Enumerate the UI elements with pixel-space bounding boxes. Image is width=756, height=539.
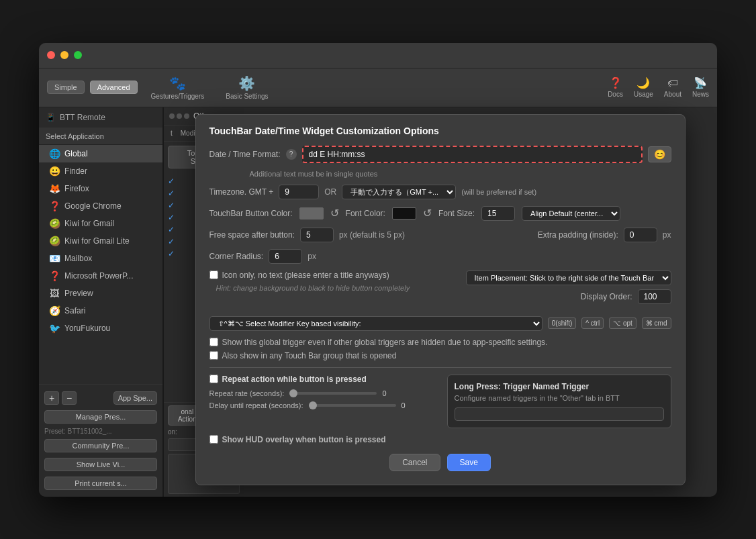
repeat-rate-slider[interactable] bbox=[289, 392, 377, 395]
remove-item-button[interactable]: − bbox=[62, 391, 77, 405]
date-format-input[interactable] bbox=[302, 146, 643, 163]
paw-icon: 🐾 bbox=[169, 75, 186, 91]
advanced-button[interactable]: Advanced bbox=[90, 81, 138, 94]
add-remove-row: + − App Spe... bbox=[39, 389, 162, 407]
toolbar-right: ❓ Docs 🌙 Usage 🏷 About 📡 News bbox=[608, 77, 709, 98]
timezone-select[interactable]: 手動で入力する（GMT +... bbox=[342, 185, 456, 199]
show-live-button[interactable]: Show Live Vi... bbox=[44, 458, 157, 471]
date-format-label: Date / Time Format: bbox=[209, 150, 281, 159]
print-button[interactable]: Print current s... bbox=[44, 477, 157, 490]
shift-key: 0(shift) bbox=[548, 317, 577, 329]
news-link[interactable]: 📡 News bbox=[692, 77, 709, 98]
hud-row: Show HUD overlay when button is pressed bbox=[209, 435, 671, 444]
free-space-label: Free space after button: bbox=[209, 230, 295, 240]
sidebar-item-powerpoint[interactable]: ❓ Microsoft PowerP... bbox=[39, 267, 162, 285]
save-button[interactable]: Save bbox=[447, 454, 491, 471]
font-size-input[interactable] bbox=[481, 206, 515, 221]
yorufukurou-icon: 🐦 bbox=[48, 323, 60, 334]
two-col-section: Repeat action while button is pressed Re… bbox=[209, 375, 671, 428]
sidebar-item-finder[interactable]: 😀 Finder bbox=[39, 162, 162, 180]
timezone-row: Timezone. GMT + OR 手動で入力する（GMT +... (wil… bbox=[209, 185, 671, 199]
sidebar-item-firefox[interactable]: 🦊 Firefox bbox=[39, 180, 162, 197]
kiwi-gmail-icon: 🥝 bbox=[48, 218, 60, 229]
delay-label: Delay until repeat (seconds): bbox=[209, 401, 303, 409]
dialog-box: TouchBar Date/Time Widget Customization … bbox=[195, 114, 686, 485]
usage-link[interactable]: 🌙 Usage bbox=[634, 77, 653, 98]
basic-settings-icon[interactable]: ⚙️ Basic Settings bbox=[218, 72, 276, 103]
select-application-button[interactable]: Select Application bbox=[39, 128, 162, 145]
font-color-swatch[interactable] bbox=[392, 207, 416, 219]
display-order-input[interactable] bbox=[638, 289, 671, 304]
ctrl-key: ^ ctrl bbox=[581, 317, 604, 329]
sidebar-item-kiwi-gmail[interactable]: 🥝 Kiwi for Gmail bbox=[39, 215, 162, 232]
modifier-row: ⇧^⌘⌥ Select Modifier Key based visibilit… bbox=[209, 316, 671, 331]
sidebar-bottom: + − App Spe... Manage Pres... Preset: BT… bbox=[39, 384, 162, 497]
named-trigger-box: Long Press: Trigger Named Trigger Config… bbox=[447, 375, 671, 428]
button-color-reset[interactable]: ↺ bbox=[330, 207, 339, 219]
timezone-input[interactable] bbox=[279, 185, 319, 199]
safari-icon: 🧭 bbox=[48, 305, 60, 316]
cancel-button[interactable]: Cancel bbox=[389, 454, 440, 471]
free-space-input[interactable] bbox=[300, 228, 334, 242]
community-presets-button[interactable]: Community Pre... bbox=[44, 439, 157, 452]
tz-hint: (will be preferred if set) bbox=[461, 188, 536, 196]
icon-only-label: Icon only, no text (please enter a title… bbox=[222, 271, 389, 280]
delay-slider[interactable] bbox=[309, 404, 396, 407]
right-col: Long Press: Trigger Named Trigger Config… bbox=[447, 375, 671, 428]
repeat-checkbox[interactable] bbox=[209, 375, 218, 383]
dialog-title: TouchBar Date/Time Widget Customization … bbox=[209, 126, 671, 136]
preview-icon: 🖼 bbox=[48, 288, 60, 299]
global-trigger-label: Show this global trigger even if other g… bbox=[222, 338, 548, 347]
sidebar-item-mailbox[interactable]: 📧 Mailbox bbox=[39, 250, 162, 267]
help-icon[interactable]: ? bbox=[286, 149, 297, 160]
modifier-select[interactable]: ⇧^⌘⌥ Select Modifier Key based visibilit… bbox=[209, 316, 542, 331]
manage-presets-button[interactable]: Manage Pres... bbox=[44, 410, 157, 424]
app-specific-button[interactable]: App Spe... bbox=[113, 391, 157, 405]
simple-button[interactable]: Simple bbox=[47, 81, 85, 94]
global-trigger-checkbox[interactable] bbox=[209, 338, 218, 346]
minimize-button[interactable] bbox=[60, 51, 68, 59]
sidebar-item-global[interactable]: 🌐 Global bbox=[39, 145, 162, 162]
touch-bar-group-row: Also show in any Touch Bar group that is… bbox=[209, 351, 671, 360]
named-trigger-input[interactable] bbox=[455, 407, 664, 421]
hud-checkbox[interactable] bbox=[209, 435, 218, 444]
global-icon: 🌐 bbox=[48, 148, 60, 159]
manage-presets-row: Manage Pres... bbox=[39, 407, 162, 426]
add-item-button[interactable]: + bbox=[44, 391, 59, 405]
placement-select[interactable]: Item Placement: Stick to the right side … bbox=[466, 271, 671, 285]
docs-link[interactable]: ❓ Docs bbox=[608, 77, 623, 98]
gear-icon: ⚙️ bbox=[238, 75, 255, 91]
extra-padding-input[interactable] bbox=[624, 228, 657, 242]
corner-radius-input[interactable] bbox=[269, 249, 302, 264]
chrome-icon: ❓ bbox=[48, 201, 60, 211]
font-color-reset[interactable]: ↺ bbox=[423, 207, 432, 219]
about-link[interactable]: 🏷 About bbox=[664, 77, 681, 98]
repeat-rate-label: Repeat rate (seconds): bbox=[209, 389, 285, 397]
extra-padding-px: px bbox=[663, 230, 671, 240]
free-space-hint: px (default is 5 px) bbox=[339, 230, 405, 240]
sidebar-header: 📱 BTT Remote bbox=[39, 107, 162, 128]
sidebar-item-safari[interactable]: 🧭 Safari bbox=[39, 302, 162, 320]
close-button[interactable] bbox=[47, 51, 55, 59]
button-color-swatch[interactable] bbox=[299, 207, 324, 219]
gestures-triggers-icon[interactable]: 🐾 Gestures/Triggers bbox=[143, 72, 213, 103]
corner-radius-label: Corner Radius: bbox=[209, 252, 264, 261]
sidebar-item-yorufukurou[interactable]: 🐦 YoruFukurou bbox=[39, 320, 162, 337]
sidebar-item-kiwi-gmail-lite[interactable]: 🥝 Kiwi for Gmail Lite bbox=[39, 232, 162, 250]
repeat-rate-value: 0 bbox=[382, 389, 395, 397]
toolbar: Simple Advanced 🐾 Gestures/Triggers ⚙️ B… bbox=[39, 68, 717, 107]
print-row: Print current s... bbox=[39, 474, 162, 493]
color-row: TouchBar Button Color: ↺ Font Color: ↺ F… bbox=[209, 206, 671, 221]
emoji-button[interactable]: 😊 bbox=[648, 146, 671, 162]
maximize-button[interactable] bbox=[74, 51, 82, 59]
or-text: OR bbox=[324, 187, 336, 197]
sidebar-item-chrome[interactable]: ❓ Google Chrome bbox=[39, 197, 162, 215]
repeat-title: Repeat action while button is pressed bbox=[209, 375, 434, 384]
sidebar-item-preview[interactable]: 🖼 Preview bbox=[39, 285, 162, 302]
modal-overlay: TouchBar Date/Time Widget Customization … bbox=[163, 107, 717, 497]
touch-bar-group-checkbox[interactable] bbox=[209, 351, 218, 360]
align-select[interactable]: Align Default (center... bbox=[522, 206, 620, 221]
date-format-hint: Additional text must be in single quotes bbox=[250, 170, 671, 178]
left-col: Repeat action while button is pressed Re… bbox=[209, 375, 434, 428]
icon-only-checkbox[interactable] bbox=[209, 271, 218, 279]
